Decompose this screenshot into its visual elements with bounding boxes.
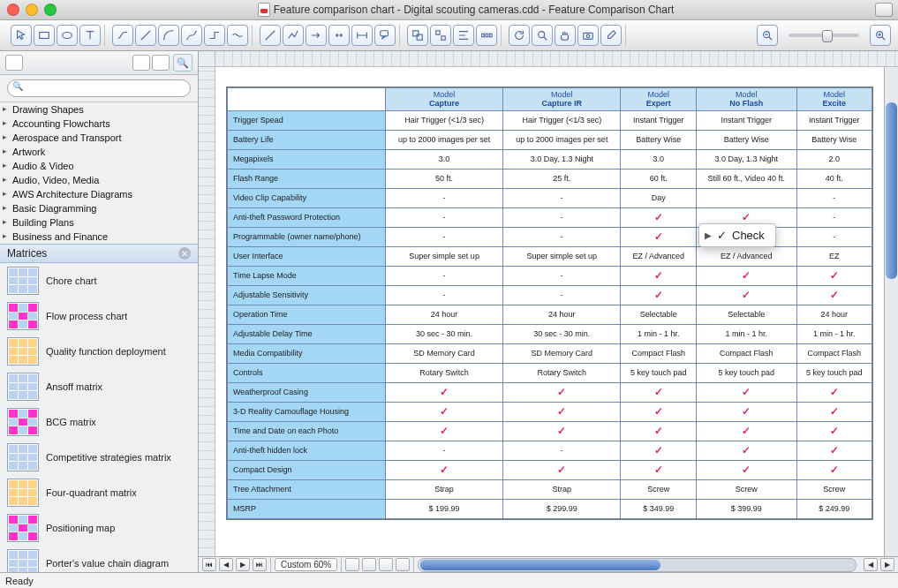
value-cell[interactable]: Battery Wise [621, 130, 696, 149]
value-cell[interactable]: ✓ [696, 266, 796, 285]
value-cell[interactable]: up to 2000 images per set [386, 130, 503, 149]
value-cell[interactable]: 24 hour [503, 305, 621, 324]
snapshot-tool[interactable] [577, 25, 599, 46]
value-cell[interactable]: ✓ [621, 227, 696, 246]
value-cell[interactable]: ✓ [621, 285, 696, 305]
table-row[interactable]: Megapixels3.03.0 Day, 1.3 Night3.03.0 Da… [228, 149, 872, 169]
value-cell[interactable]: Screw [796, 479, 872, 499]
value-cell[interactable]: ✓ [621, 266, 696, 285]
value-cell[interactable]: ✓ [621, 421, 696, 441]
library-search-input[interactable] [7, 79, 191, 97]
library-category-header[interactable]: Matrices ✕ [0, 244, 198, 263]
value-cell[interactable]: up to 2000 images per set [503, 130, 621, 149]
value-cell[interactable]: - [796, 188, 872, 207]
value-cell[interactable]: ✓ [386, 402, 503, 421]
value-cell[interactable]: 5 key touch pad [696, 363, 796, 382]
value-cell[interactable]: - [386, 188, 503, 207]
page-tab-4[interactable] [396, 558, 410, 571]
tree-item[interactable]: Drawing Shapes [0, 102, 198, 117]
page-tab-2[interactable] [362, 558, 376, 571]
value-cell[interactable]: ✓ [503, 421, 621, 441]
value-cell[interactable]: 3.0 [386, 149, 503, 169]
tree-item[interactable]: AWS Architecture Diagrams [0, 187, 198, 201]
value-cell[interactable]: Screw [696, 479, 796, 499]
value-cell[interactable]: ✓ [796, 266, 872, 285]
table-row[interactable]: Tree AttachmentStrapStrapScrewScrewScrew [228, 479, 872, 499]
value-cell[interactable]: ✓ [696, 441, 796, 460]
value-cell[interactable]: Super simple set up [503, 246, 621, 266]
tree-item[interactable]: Building Plans [0, 215, 198, 230]
minimize-window-button[interactable] [26, 4, 38, 16]
value-cell[interactable]: ✓ [696, 460, 796, 479]
arc-connector-tool[interactable] [158, 25, 179, 46]
value-cell[interactable]: ✓ [503, 402, 621, 421]
arrow-tool[interactable] [306, 25, 327, 46]
distribute-tool[interactable] [476, 25, 497, 46]
page-next-button[interactable]: ▶ [236, 558, 250, 571]
value-cell[interactable]: Still 60 ft., Video 40 ft. [696, 169, 796, 188]
table-row[interactable]: Weatherproof Casing✓✓✓✓✓ [228, 382, 872, 402]
vertical-scrollbar[interactable] [884, 67, 898, 556]
value-cell[interactable]: - [386, 227, 503, 246]
value-cell[interactable]: Rotary Switch [503, 363, 621, 382]
value-cell[interactable]: 5 key touch pad [796, 363, 872, 382]
value-cell[interactable]: 3.0 Day, 1.3 Night [503, 149, 621, 169]
shape-item[interactable]: Competitive strategies matrix [0, 440, 198, 475]
value-cell[interactable]: ✓ [696, 421, 796, 441]
view-detail-toggle[interactable] [152, 55, 170, 71]
zoom-out-button[interactable] [757, 25, 778, 46]
value-cell[interactable]: Compact Flash [796, 343, 872, 363]
table-row[interactable]: MSRP$ 199.99$ 299.99$ 349.99$ 399.99$ 24… [228, 499, 872, 518]
page-tab-1[interactable] [345, 558, 359, 571]
value-cell[interactable]: ✓ [621, 460, 696, 479]
value-cell[interactable]: Selectable [621, 305, 696, 324]
value-cell[interactable]: 50 ft. [386, 169, 503, 188]
value-cell[interactable]: 30 sec - 30 min. [386, 324, 503, 343]
tree-item[interactable]: Business and Finance [0, 230, 198, 244]
tree-item[interactable]: Audio, Video, Media [0, 173, 198, 187]
round-connector-tool[interactable] [204, 25, 225, 46]
direct-connector-tool[interactable] [135, 25, 156, 46]
value-cell[interactable]: - [503, 227, 621, 246]
tree-item[interactable]: Audio & Video [0, 159, 198, 173]
value-cell[interactable]: Battery Wise [696, 130, 796, 149]
tree-item[interactable]: Artwork [0, 145, 198, 159]
table-row[interactable]: Media CompatibilitySD Memory CardSD Memo… [228, 343, 872, 363]
value-cell[interactable]: 30 sec - 30 min. [503, 324, 621, 343]
value-cell[interactable]: - [796, 207, 872, 227]
table-row[interactable]: 3-D Reality Camouflage Housing✓✓✓✓✓ [228, 402, 872, 421]
shape-item[interactable]: Flow process chart [0, 298, 198, 334]
value-cell[interactable]: ✓ [621, 207, 696, 227]
drawing-page[interactable]: ModelCaptureModelCapture IRModelExpertMo… [226, 87, 873, 520]
value-cell[interactable]: ✓ [796, 285, 872, 305]
tree-item[interactable]: Aerospace and Transport [0, 131, 198, 145]
value-cell[interactable]: Super simple set up [386, 246, 503, 266]
table-row[interactable]: Adjustable Sensitivity--✓✓✓ [228, 285, 872, 305]
zoom-tool[interactable] [532, 25, 553, 46]
value-cell[interactable]: ✓ [503, 382, 621, 402]
page-last-button[interactable]: ⏭ [253, 558, 267, 571]
value-cell[interactable]: $ 299.99 [503, 499, 621, 518]
value-cell[interactable]: Battery Wise [796, 130, 872, 149]
column-header[interactable]: ModelCapture [386, 88, 503, 111]
value-cell[interactable]: ✓ [621, 382, 696, 402]
value-cell[interactable]: Strap [386, 479, 503, 499]
table-row[interactable]: Operation Time24 hour24 hourSelectableSe… [228, 305, 872, 324]
table-row[interactable]: Adjustable Delay Time30 sec - 30 min.30 … [228, 324, 872, 343]
value-cell[interactable]: 24 hour [796, 305, 872, 324]
value-cell[interactable]: $ 349.99 [621, 499, 696, 518]
ellipse-tool[interactable] [57, 25, 78, 46]
zoom-in-button[interactable] [870, 25, 891, 46]
value-cell[interactable]: 3.0 Day, 1.3 Night [696, 149, 796, 169]
canvas-viewport[interactable]: ModelCaptureModelCapture IRModelExpertMo… [215, 67, 884, 556]
value-cell[interactable]: 3.0 [621, 149, 696, 169]
value-cell[interactable]: ✓ [696, 402, 796, 421]
value-cell[interactable]: Strap [503, 479, 621, 499]
value-cell[interactable]: ✓ [386, 382, 503, 402]
vertical-ruler[interactable] [199, 67, 215, 556]
table-row[interactable]: Video Clip Capability--Day- [228, 188, 872, 207]
value-cell[interactable]: 24 hour [386, 305, 503, 324]
spline-tool[interactable] [227, 25, 248, 46]
value-cell[interactable]: ✓ [796, 441, 872, 460]
view-grid-toggle[interactable] [132, 55, 150, 71]
